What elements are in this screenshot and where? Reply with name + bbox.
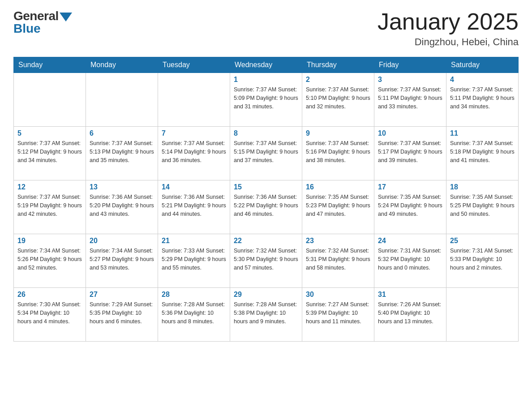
day-number: 26 bbox=[17, 291, 82, 299]
calendar-week-row: 12Sunrise: 7:37 AM Sunset: 5:19 PM Dayli… bbox=[14, 180, 519, 234]
calendar-cell: 29Sunrise: 7:28 AM Sunset: 5:38 PM Dayli… bbox=[230, 288, 302, 342]
calendar-cell: 30Sunrise: 7:27 AM Sunset: 5:39 PM Dayli… bbox=[302, 288, 374, 342]
calendar-cell: 10Sunrise: 7:37 AM Sunset: 5:17 PM Dayli… bbox=[374, 127, 446, 180]
day-info: Sunrise: 7:36 AM Sunset: 5:20 PM Dayligh… bbox=[90, 193, 154, 218]
day-number: 1 bbox=[234, 76, 298, 84]
day-info: Sunrise: 7:35 AM Sunset: 5:25 PM Dayligh… bbox=[450, 193, 515, 218]
calendar-cell: 7Sunrise: 7:37 AM Sunset: 5:14 PM Daylig… bbox=[158, 127, 230, 180]
calendar-cell: 22Sunrise: 7:32 AM Sunset: 5:30 PM Dayli… bbox=[230, 234, 302, 288]
calendar-cell: 6Sunrise: 7:37 AM Sunset: 5:13 PM Daylig… bbox=[86, 127, 158, 180]
day-number: 17 bbox=[378, 183, 442, 191]
day-info: Sunrise: 7:32 AM Sunset: 5:30 PM Dayligh… bbox=[234, 247, 298, 272]
day-number: 9 bbox=[306, 129, 370, 137]
day-number: 25 bbox=[450, 237, 515, 245]
calendar-cell: 9Sunrise: 7:37 AM Sunset: 5:16 PM Daylig… bbox=[302, 127, 374, 180]
day-info: Sunrise: 7:37 AM Sunset: 5:11 PM Dayligh… bbox=[450, 86, 515, 111]
day-info: Sunrise: 7:37 AM Sunset: 5:17 PM Dayligh… bbox=[378, 139, 442, 164]
calendar-cell bbox=[86, 73, 158, 127]
calendar-cell: 12Sunrise: 7:37 AM Sunset: 5:19 PM Dayli… bbox=[14, 180, 86, 234]
title-block: January 2025 Dingzhou, Hebei, China bbox=[378, 9, 519, 48]
calendar-cell bbox=[158, 73, 230, 127]
calendar-cell: 20Sunrise: 7:34 AM Sunset: 5:27 PM Dayli… bbox=[86, 234, 158, 288]
day-of-week-header: Sunday bbox=[14, 57, 86, 73]
day-number: 15 bbox=[234, 183, 298, 191]
day-info: Sunrise: 7:37 AM Sunset: 5:11 PM Dayligh… bbox=[378, 86, 442, 111]
calendar-cell: 14Sunrise: 7:36 AM Sunset: 5:21 PM Dayli… bbox=[158, 180, 230, 234]
day-info: Sunrise: 7:36 AM Sunset: 5:21 PM Dayligh… bbox=[162, 193, 226, 218]
day-number: 4 bbox=[450, 76, 515, 84]
calendar-week-row: 26Sunrise: 7:30 AM Sunset: 5:34 PM Dayli… bbox=[14, 288, 519, 342]
day-number: 3 bbox=[378, 76, 442, 84]
day-of-week-header: Wednesday bbox=[230, 57, 302, 73]
calendar-cell: 15Sunrise: 7:36 AM Sunset: 5:22 PM Dayli… bbox=[230, 180, 302, 234]
calendar-cell: 26Sunrise: 7:30 AM Sunset: 5:34 PM Dayli… bbox=[14, 288, 86, 342]
day-number: 14 bbox=[162, 183, 226, 191]
day-info: Sunrise: 7:28 AM Sunset: 5:38 PM Dayligh… bbox=[234, 300, 298, 325]
day-info: Sunrise: 7:29 AM Sunset: 5:35 PM Dayligh… bbox=[90, 300, 154, 325]
day-number: 21 bbox=[162, 237, 226, 245]
calendar-cell: 11Sunrise: 7:37 AM Sunset: 5:18 PM Dayli… bbox=[446, 127, 519, 180]
day-number: 31 bbox=[378, 291, 442, 299]
calendar-cell: 23Sunrise: 7:32 AM Sunset: 5:31 PM Dayli… bbox=[302, 234, 374, 288]
calendar-cell: 18Sunrise: 7:35 AM Sunset: 5:25 PM Dayli… bbox=[446, 180, 519, 234]
day-info: Sunrise: 7:35 AM Sunset: 5:23 PM Dayligh… bbox=[306, 193, 370, 218]
day-of-week-header: Friday bbox=[374, 57, 446, 73]
calendar-cell: 24Sunrise: 7:31 AM Sunset: 5:32 PM Dayli… bbox=[374, 234, 446, 288]
calendar-week-row: 5Sunrise: 7:37 AM Sunset: 5:12 PM Daylig… bbox=[14, 127, 519, 180]
day-number: 8 bbox=[234, 129, 298, 137]
logo: General Blue bbox=[13, 9, 72, 36]
day-of-week-header: Tuesday bbox=[158, 57, 230, 73]
day-number: 29 bbox=[234, 291, 298, 299]
calendar-cell: 16Sunrise: 7:35 AM Sunset: 5:23 PM Dayli… bbox=[302, 180, 374, 234]
day-info: Sunrise: 7:27 AM Sunset: 5:39 PM Dayligh… bbox=[306, 300, 370, 325]
calendar-week-row: 19Sunrise: 7:34 AM Sunset: 5:26 PM Dayli… bbox=[14, 234, 519, 288]
day-info: Sunrise: 7:34 AM Sunset: 5:26 PM Dayligh… bbox=[17, 247, 82, 272]
day-number: 23 bbox=[306, 237, 370, 245]
calendar-cell: 19Sunrise: 7:34 AM Sunset: 5:26 PM Dayli… bbox=[14, 234, 86, 288]
day-of-week-header: Monday bbox=[86, 57, 158, 73]
day-info: Sunrise: 7:35 AM Sunset: 5:24 PM Dayligh… bbox=[378, 193, 442, 218]
day-info: Sunrise: 7:37 AM Sunset: 5:15 PM Dayligh… bbox=[234, 139, 298, 164]
day-info: Sunrise: 7:37 AM Sunset: 5:10 PM Dayligh… bbox=[306, 86, 370, 111]
day-info: Sunrise: 7:31 AM Sunset: 5:32 PM Dayligh… bbox=[378, 247, 442, 272]
day-info: Sunrise: 7:28 AM Sunset: 5:36 PM Dayligh… bbox=[162, 300, 226, 325]
calendar-cell: 17Sunrise: 7:35 AM Sunset: 5:24 PM Dayli… bbox=[374, 180, 446, 234]
calendar-cell: 13Sunrise: 7:36 AM Sunset: 5:20 PM Dayli… bbox=[86, 180, 158, 234]
day-info: Sunrise: 7:34 AM Sunset: 5:27 PM Dayligh… bbox=[90, 247, 154, 272]
day-number: 22 bbox=[234, 237, 298, 245]
day-number: 7 bbox=[162, 129, 226, 137]
day-info: Sunrise: 7:30 AM Sunset: 5:34 PM Dayligh… bbox=[17, 300, 82, 325]
day-info: Sunrise: 7:37 AM Sunset: 5:16 PM Dayligh… bbox=[306, 139, 370, 164]
calendar-header-row: SundayMondayTuesdayWednesdayThursdayFrid… bbox=[14, 57, 519, 73]
day-number: 5 bbox=[17, 129, 82, 137]
logo-blue-text: Blue bbox=[13, 21, 41, 36]
day-number: 24 bbox=[378, 237, 442, 245]
day-info: Sunrise: 7:36 AM Sunset: 5:22 PM Dayligh… bbox=[234, 193, 298, 218]
calendar-cell: 3Sunrise: 7:37 AM Sunset: 5:11 PM Daylig… bbox=[374, 73, 446, 127]
day-number: 28 bbox=[162, 291, 226, 299]
calendar-cell: 2Sunrise: 7:37 AM Sunset: 5:10 PM Daylig… bbox=[302, 73, 374, 127]
day-number: 30 bbox=[306, 291, 370, 299]
day-info: Sunrise: 7:32 AM Sunset: 5:31 PM Dayligh… bbox=[306, 247, 370, 272]
day-info: Sunrise: 7:37 AM Sunset: 5:14 PM Dayligh… bbox=[162, 139, 226, 164]
location-subtitle: Dingzhou, Hebei, China bbox=[378, 36, 519, 48]
page-header: General Blue January 2025 Dingzhou, Hebe… bbox=[13, 9, 519, 48]
month-year-title: January 2025 bbox=[378, 9, 519, 34]
calendar-cell: 4Sunrise: 7:37 AM Sunset: 5:11 PM Daylig… bbox=[446, 73, 519, 127]
day-number: 19 bbox=[17, 237, 82, 245]
day-number: 20 bbox=[90, 237, 154, 245]
calendar-cell: 27Sunrise: 7:29 AM Sunset: 5:35 PM Dayli… bbox=[86, 288, 158, 342]
calendar-cell: 25Sunrise: 7:31 AM Sunset: 5:33 PM Dayli… bbox=[446, 234, 519, 288]
day-info: Sunrise: 7:37 AM Sunset: 5:12 PM Dayligh… bbox=[17, 139, 82, 164]
day-number: 18 bbox=[450, 183, 515, 191]
calendar-cell: 21Sunrise: 7:33 AM Sunset: 5:29 PM Dayli… bbox=[158, 234, 230, 288]
day-number: 12 bbox=[17, 183, 82, 191]
day-number: 13 bbox=[90, 183, 154, 191]
calendar-cell bbox=[446, 288, 519, 342]
day-info: Sunrise: 7:37 AM Sunset: 5:09 PM Dayligh… bbox=[234, 86, 298, 111]
calendar-cell: 31Sunrise: 7:26 AM Sunset: 5:40 PM Dayli… bbox=[374, 288, 446, 342]
calendar-cell: 8Sunrise: 7:37 AM Sunset: 5:15 PM Daylig… bbox=[230, 127, 302, 180]
calendar-cell: 1Sunrise: 7:37 AM Sunset: 5:09 PM Daylig… bbox=[230, 73, 302, 127]
calendar-cell: 28Sunrise: 7:28 AM Sunset: 5:36 PM Dayli… bbox=[158, 288, 230, 342]
calendar-week-row: 1Sunrise: 7:37 AM Sunset: 5:09 PM Daylig… bbox=[14, 73, 519, 127]
